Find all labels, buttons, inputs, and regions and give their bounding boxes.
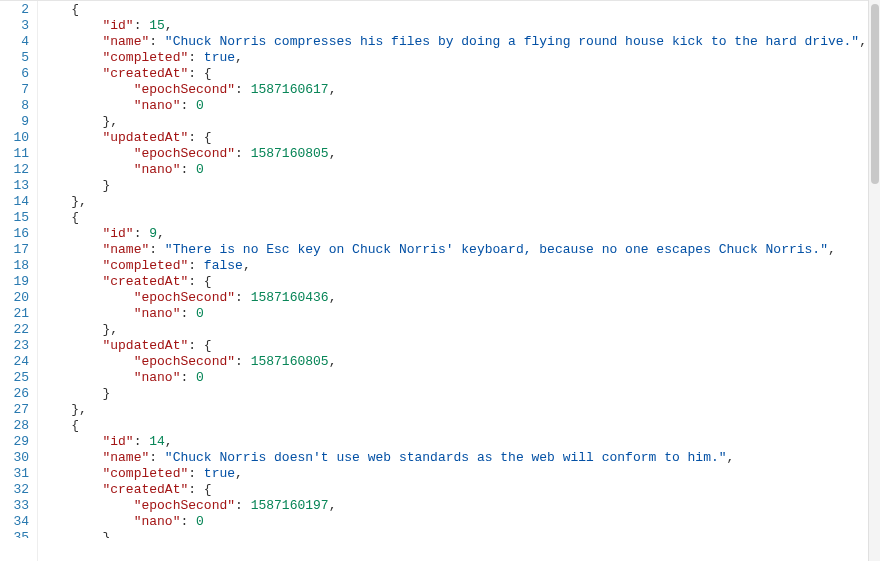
token-punc (40, 242, 102, 257)
token-num: 0 (196, 98, 204, 113)
code-line[interactable]: "epochSecond": 1587160805, (40, 146, 880, 162)
code-line[interactable]: "createdAt": { (40, 66, 880, 82)
code-line[interactable]: "createdAt": { (40, 482, 880, 498)
line-number: 33 (0, 498, 29, 514)
line-number: 19 (0, 274, 29, 290)
token-punc: , (243, 258, 251, 273)
line-number: 30 (0, 450, 29, 466)
code-line[interactable]: "epochSecond": 1587160197, (40, 498, 880, 514)
line-number: 3 (0, 18, 29, 34)
token-punc (40, 402, 71, 417)
token-punc: : (188, 66, 204, 81)
token-prop: "epochSecond" (134, 290, 235, 305)
token-punc: : (180, 98, 196, 113)
token-punc (40, 114, 102, 129)
token-num: 1587160436 (251, 290, 329, 305)
token-punc: } (102, 530, 110, 538)
token-punc (40, 322, 102, 337)
code-line[interactable]: }, (40, 322, 880, 338)
code-line[interactable]: "nano": 0 (40, 162, 880, 178)
code-line[interactable]: "epochSecond": 1587160805, (40, 354, 880, 370)
token-punc (40, 82, 134, 97)
token-punc: , (329, 354, 337, 369)
code-content[interactable]: { "id": 15, "name": "Chuck Norris compre… (38, 1, 880, 561)
code-line[interactable]: } (40, 178, 880, 194)
code-line[interactable]: "updatedAt": { (40, 130, 880, 146)
token-punc: }, (102, 114, 118, 129)
token-punc (40, 306, 134, 321)
token-num: 1587160617 (251, 82, 329, 97)
code-line[interactable]: "id": 15, (40, 18, 880, 34)
token-punc (40, 290, 134, 305)
token-punc (40, 530, 102, 538)
token-punc: : (188, 466, 204, 481)
token-punc (40, 354, 134, 369)
token-prop: "name" (102, 34, 149, 49)
code-line[interactable]: { (40, 210, 880, 226)
token-prop: "updatedAt" (102, 130, 188, 145)
code-line[interactable]: "epochSecond": 1587160436, (40, 290, 880, 306)
token-punc (40, 274, 102, 289)
line-number: 7 (0, 82, 29, 98)
token-punc: { (71, 418, 79, 433)
token-punc: , (157, 226, 165, 241)
token-punc: , (329, 498, 337, 513)
code-line[interactable]: "epochSecond": 1587160617, (40, 82, 880, 98)
vertical-scrollbar[interactable] (868, 0, 880, 561)
code-line[interactable]: "nano": 0 (40, 306, 880, 322)
scrollbar-thumb[interactable] (871, 4, 879, 184)
token-str: "Chuck Norris compresses his files by do… (165, 34, 859, 49)
code-line[interactable]: }, (40, 402, 880, 418)
code-line[interactable]: "name": "There is no Esc key on Chuck No… (40, 242, 880, 258)
token-punc: } (102, 386, 110, 401)
token-punc: , (165, 434, 173, 449)
code-line[interactable]: "completed": true, (40, 50, 880, 66)
code-line[interactable]: "name": "Chuck Norris compresses his fil… (40, 34, 880, 50)
token-punc (40, 98, 134, 113)
code-line[interactable]: "id": 14, (40, 434, 880, 450)
token-punc (40, 2, 71, 17)
token-prop: "nano" (134, 162, 181, 177)
token-punc: : (149, 242, 165, 257)
token-prop: "completed" (102, 258, 188, 273)
code-line[interactable]: "updatedAt": { (40, 338, 880, 354)
code-line[interactable]: "nano": 0 (40, 514, 880, 530)
code-editor[interactable]: 2345678910111213141516171819202122232425… (0, 0, 880, 561)
code-line[interactable]: "nano": 0 (40, 98, 880, 114)
token-punc (40, 514, 134, 529)
line-number: 20 (0, 290, 29, 306)
token-punc: : (180, 162, 196, 177)
token-num: 0 (196, 162, 204, 177)
token-punc: { (204, 66, 212, 81)
code-line[interactable]: "id": 9, (40, 226, 880, 242)
code-line[interactable]: "name": "Chuck Norris doesn't use web st… (40, 450, 880, 466)
code-line[interactable]: }, (40, 114, 880, 130)
code-line[interactable]: } (40, 386, 880, 402)
token-punc (40, 146, 134, 161)
code-line[interactable]: } (40, 530, 880, 538)
token-punc: : (134, 226, 150, 241)
token-punc: : (180, 370, 196, 385)
token-punc: { (204, 338, 212, 353)
line-number: 16 (0, 226, 29, 242)
token-punc: : (235, 354, 251, 369)
line-number: 21 (0, 306, 29, 322)
token-num: 14 (149, 434, 165, 449)
code-line[interactable]: { (40, 2, 880, 18)
code-line[interactable]: }, (40, 194, 880, 210)
line-number: 28 (0, 418, 29, 434)
code-line[interactable]: "completed": false, (40, 258, 880, 274)
code-line[interactable]: "createdAt": { (40, 274, 880, 290)
token-num: 1587160197 (251, 498, 329, 513)
token-num: 0 (196, 306, 204, 321)
code-line[interactable]: "completed": true, (40, 466, 880, 482)
token-kw: false (204, 258, 243, 273)
code-line[interactable]: { (40, 418, 880, 434)
line-number: 25 (0, 370, 29, 386)
token-punc: , (727, 450, 735, 465)
token-prop: "nano" (134, 98, 181, 113)
token-prop: "nano" (134, 306, 181, 321)
line-number: 12 (0, 162, 29, 178)
code-line[interactable]: "nano": 0 (40, 370, 880, 386)
token-punc: { (204, 130, 212, 145)
